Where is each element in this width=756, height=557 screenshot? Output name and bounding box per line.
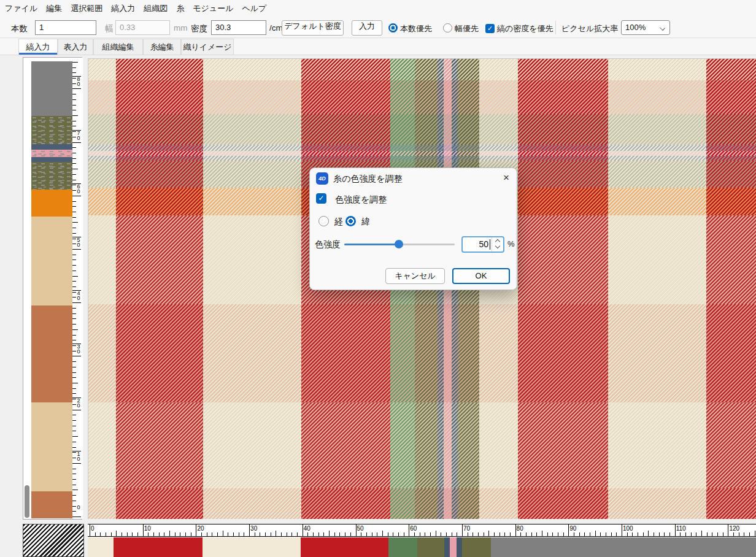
weft-radio[interactable] <box>345 216 356 226</box>
intensity-spinbox[interactable]: 50 <box>461 236 504 253</box>
ok-button[interactable]: OK <box>452 268 510 284</box>
warp-color-strip[interactable] <box>88 537 756 557</box>
cancel-button[interactable]: キャンセル <box>385 268 445 284</box>
width-input[interactable]: 0.33 <box>115 20 170 35</box>
ruler-tick <box>255 532 255 536</box>
tab-0[interactable]: 縞入力 <box>18 39 58 55</box>
ruler-tick <box>72 67 76 68</box>
weft-strip-band[interactable] <box>31 491 72 518</box>
weft-strip-band[interactable] <box>31 116 72 144</box>
count-input[interactable]: 1 <box>35 20 96 35</box>
warp-strip-segment[interactable] <box>202 537 301 557</box>
ruler-tick <box>260 532 260 536</box>
menu-item-7[interactable]: ヘルプ <box>237 1 271 17</box>
tab-4[interactable]: 織りイメージ <box>181 39 234 55</box>
menu-item-1[interactable]: 編集 <box>42 1 66 17</box>
ruler-tick <box>72 356 81 356</box>
weft-strip-band[interactable] <box>31 157 72 162</box>
ruler-tick <box>638 532 638 536</box>
vertical-scrollbar-thumb[interactable] <box>25 485 29 518</box>
warp-strip-segment[interactable] <box>462 537 491 557</box>
warp-radio[interactable] <box>318 216 329 226</box>
count-priority-radio[interactable] <box>388 23 398 33</box>
warp-strip-segment[interactable] <box>388 537 417 557</box>
weft-strip-band[interactable] <box>31 190 72 217</box>
ruler-tick <box>488 531 489 536</box>
ruler-tick <box>654 532 654 536</box>
menu-item-5[interactable]: 糸 <box>172 1 188 17</box>
warp-strip-segment[interactable] <box>88 537 114 557</box>
slider-thumb[interactable] <box>395 240 403 248</box>
warp-strip-segment[interactable] <box>417 537 444 557</box>
ruler-tick <box>563 532 564 536</box>
ruler-tick <box>345 532 345 536</box>
ruler-label: 30 <box>250 525 257 532</box>
menu-item-6[interactable]: モジュール <box>188 1 237 17</box>
ruler-tick <box>72 451 81 451</box>
warp-strip-segment[interactable] <box>450 537 457 557</box>
ruler-tick <box>72 147 76 148</box>
active-tab-underline <box>19 53 57 55</box>
weft-strip-band[interactable] <box>31 61 72 116</box>
ruler-tick <box>72 185 76 185</box>
ruler-tick <box>72 110 76 110</box>
adjust-intensity-checkbox[interactable]: ✓ <box>316 193 326 204</box>
slider-track-empty[interactable] <box>399 244 455 245</box>
ruler-tick <box>72 452 76 453</box>
weave-pattern-thumbnail[interactable] <box>23 524 84 557</box>
menu-item-3[interactable]: 縞入力 <box>107 1 139 17</box>
toolbar: 本数 1 幅 0.33 mm 密度 30.3 /cm デフォルト密度 入力 本数… <box>0 17 756 38</box>
text-caret <box>490 239 490 250</box>
ruler-tick <box>196 524 196 536</box>
slider-track-filled[interactable] <box>344 244 399 245</box>
menu-item-0[interactable]: ファイル <box>1 1 42 17</box>
ruler-tick <box>95 532 96 536</box>
ruler-tick <box>72 183 81 184</box>
ruler-tick <box>318 532 319 536</box>
weft-strip-band[interactable] <box>31 150 72 157</box>
ruler-tick <box>446 532 447 536</box>
ruler-tick <box>72 121 76 121</box>
ruler-tick <box>201 532 202 536</box>
stripe-density-checkbox[interactable]: ✓ <box>485 24 495 33</box>
ruler-tick <box>207 532 207 536</box>
weft-strip-band[interactable] <box>31 305 72 402</box>
tab-1[interactable]: 表入力 <box>58 39 93 55</box>
ruler-tick <box>72 228 76 228</box>
ruler-tick <box>72 404 76 405</box>
input-button[interactable]: 入力 <box>352 20 382 36</box>
application-window: ファイル編集選択範囲縞入力組織図糸モジュールヘルプ 本数 1 幅 0.33 mm… <box>0 0 756 557</box>
weft-strip-band[interactable] <box>31 144 72 150</box>
warp-strip-segment[interactable] <box>444 537 450 557</box>
weft-strip-band[interactable] <box>31 217 72 305</box>
menu-item-2[interactable]: 選択範囲 <box>66 1 107 17</box>
ruler-tick <box>72 469 76 469</box>
spin-arrows[interactable] <box>492 237 503 252</box>
warp-strip-segment[interactable] <box>114 537 202 557</box>
ruler-tick <box>233 532 234 536</box>
width-priority-radio[interactable] <box>443 23 452 33</box>
ruler-tick <box>72 212 76 212</box>
ruler-tick <box>755 531 755 536</box>
warp-strip-segment[interactable] <box>457 537 462 557</box>
weft-radio-label: 緯 <box>361 217 370 228</box>
default-density-button[interactable]: デフォルト密度 <box>282 20 344 36</box>
chevron-down-icon <box>660 25 665 31</box>
menu-item-4[interactable]: 組織図 <box>139 1 172 17</box>
tab-2[interactable]: 組織編集 <box>93 39 143 55</box>
close-icon[interactable]: × <box>503 172 509 184</box>
ruler-label: 0 <box>91 525 94 532</box>
tab-3[interactable]: 糸編集 <box>143 39 181 55</box>
ruler-tick <box>169 531 170 536</box>
ruler-tick <box>574 532 574 536</box>
ruler-tick <box>137 532 138 536</box>
ruler-tick <box>72 142 81 143</box>
warp-strip-segment[interactable] <box>491 537 756 557</box>
pixel-zoom-select[interactable]: 100% <box>621 20 670 35</box>
ruler-tick <box>116 531 117 536</box>
weft-color-strip[interactable] <box>31 61 72 518</box>
weft-strip-band[interactable] <box>31 402 72 491</box>
density-input[interactable]: 30.3 <box>211 20 266 35</box>
warp-strip-segment[interactable] <box>301 537 388 557</box>
weft-strip-band[interactable] <box>31 162 72 190</box>
